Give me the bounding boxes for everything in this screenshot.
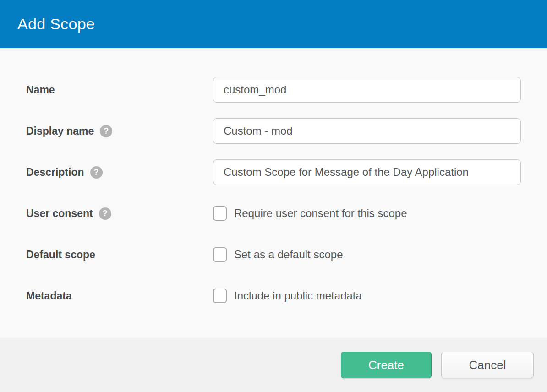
label-col: Description ? <box>26 166 213 179</box>
help-icon[interactable]: ? <box>100 125 112 137</box>
display-name-input[interactable] <box>213 118 521 144</box>
label-col: Metadata <box>26 290 213 302</box>
description-input[interactable] <box>213 159 521 185</box>
control-col <box>213 118 521 144</box>
metadata-checkbox-label[interactable]: Include in public metadata <box>234 289 362 302</box>
modal-title: Add Scope <box>17 15 95 33</box>
default-scope-checkbox[interactable] <box>213 247 227 262</box>
metadata-checkbox[interactable] <box>213 289 227 303</box>
default-scope-label: Default scope <box>26 249 95 261</box>
help-icon[interactable]: ? <box>90 166 103 179</box>
label-col: Name <box>26 84 213 96</box>
form-row-display-name: Display name ? <box>26 118 521 144</box>
modal-body: Name Display name ? Description ? <box>0 48 547 338</box>
label-col: User consent ? <box>26 207 213 220</box>
modal-header: Add Scope <box>0 0 547 48</box>
form-row-name: Name <box>26 77 521 103</box>
user-consent-checkbox[interactable] <box>213 206 227 221</box>
default-scope-checkbox-label[interactable]: Set as a default scope <box>234 248 343 261</box>
description-label: Description <box>26 166 84 179</box>
form-row-metadata: Metadata Include in public metadata <box>26 283 521 309</box>
display-name-label: Display name <box>26 125 94 137</box>
name-label: Name <box>26 84 55 96</box>
control-col: Include in public metadata <box>213 283 521 309</box>
user-consent-label: User consent <box>26 207 93 220</box>
control-col: Require user consent for this scope <box>213 201 521 226</box>
control-col <box>213 159 521 185</box>
modal-footer: Create Cancel <box>0 338 547 392</box>
label-col: Display name ? <box>26 125 213 137</box>
label-col: Default scope <box>26 249 213 261</box>
metadata-label: Metadata <box>26 290 72 302</box>
form-row-default-scope: Default scope Set as a default scope <box>26 242 521 267</box>
control-col: Set as a default scope <box>213 242 521 267</box>
cancel-button[interactable]: Cancel <box>441 352 534 378</box>
add-scope-modal: Add Scope Name Display name ? Descrip <box>0 0 547 392</box>
create-button[interactable]: Create <box>341 352 432 378</box>
user-consent-checkbox-label[interactable]: Require user consent for this scope <box>234 207 407 220</box>
form-row-description: Description ? <box>26 159 521 185</box>
help-icon[interactable]: ? <box>99 207 111 220</box>
control-col <box>213 77 521 103</box>
name-input[interactable] <box>213 77 521 103</box>
form-row-user-consent: User consent ? Require user consent for … <box>26 201 521 226</box>
